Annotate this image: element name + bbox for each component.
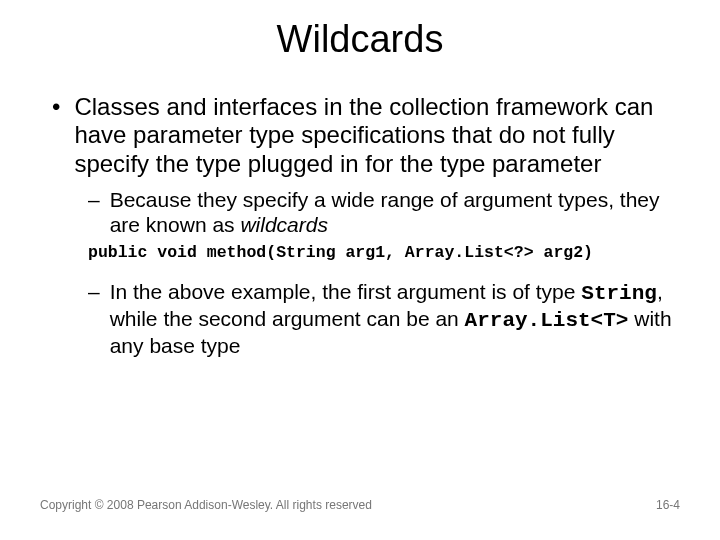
slide-footer: Copyright © 2008 Pearson Addison-Wesley.…	[40, 498, 680, 512]
italic-term: wildcards	[240, 213, 328, 236]
page-number: 16-4	[656, 498, 680, 512]
bullet-level1: • Classes and interfaces in the collecti…	[52, 93, 680, 178]
copyright-text: Copyright © 2008 Pearson Addison-Wesley.…	[40, 498, 372, 512]
slide: Wildcards • Classes and interfaces in th…	[0, 0, 720, 540]
dash-marker: –	[88, 188, 100, 238]
bullet-text: Because they specify a wide range of arg…	[110, 188, 680, 238]
bullet-marker: •	[52, 93, 60, 178]
bullet-text: In the above example, the first argument…	[110, 280, 680, 358]
code-inline: String	[581, 282, 657, 305]
slide-title: Wildcards	[20, 18, 700, 61]
bullet-level2: – In the above example, the first argume…	[88, 280, 680, 358]
bullet-level2: – Because they specify a wide range of a…	[88, 188, 680, 238]
slide-content: • Classes and interfaces in the collecti…	[20, 93, 700, 359]
dash-marker: –	[88, 280, 100, 358]
text-fragment: In the above example, the first argument…	[110, 280, 582, 303]
text-fragment: Because they specify a wide range of arg…	[110, 188, 660, 236]
code-inline: Array.List<T>	[465, 309, 629, 332]
bullet-text: Classes and interfaces in the collection…	[74, 93, 680, 178]
code-example: public void method(String arg1, Array.Li…	[88, 243, 680, 262]
